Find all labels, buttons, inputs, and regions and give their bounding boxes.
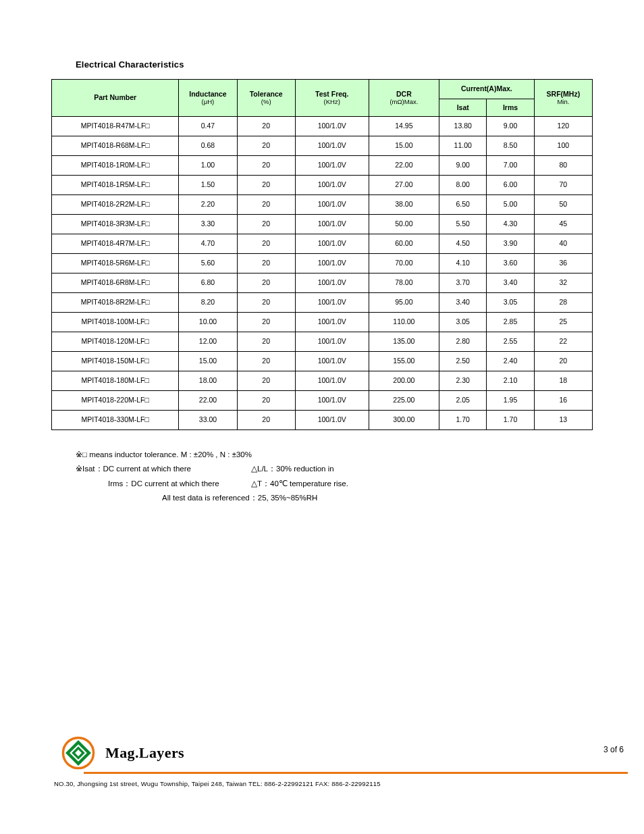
cell-srf: 16 [534,391,592,411]
table-row: MPIT4018-1R5M-LF□1.5020100/1.0V27.008.00… [52,176,593,195]
cell-irms: 9.00 [487,117,534,136]
cell-ind: 6.80 [179,273,237,293]
cell-dcr: 135.00 [369,332,439,352]
cell-isat: 1.70 [439,411,487,430]
cell-ind: 10.00 [179,313,237,332]
cell-freq: 100/1.0V [295,234,369,254]
cell-ind: 2.20 [179,195,237,215]
table-row: MPIT4018-330M-LF□33.0020100/1.0V300.001.… [52,411,593,430]
cell-isat: 3.40 [439,293,487,313]
th-srf: SRF(MHz)Min. [534,80,592,117]
table-row: MPIT4018-150M-LF□15.0020100/1.0V155.002.… [52,352,593,371]
cell-irms: 1.70 [487,411,534,430]
table-row: MPIT4018-220M-LF□22.0020100/1.0V225.002.… [52,391,593,411]
cell-irms: 3.90 [487,234,534,254]
table-row: MPIT4018-180M-LF□18.0020100/1.0V200.002.… [52,371,593,391]
cell-isat: 6.50 [439,195,487,215]
cell-ind: 33.00 [179,411,237,430]
svg-rect-1 [68,742,89,764]
th-dcr: DCR(mΩ)Max. [369,80,439,117]
cell-tol: 20 [237,352,295,371]
cell-irms: 2.85 [487,313,534,332]
th-isat: Isat [439,99,487,117]
cell-irms: 6.00 [487,176,534,195]
cell-irms: 8.50 [487,136,534,156]
cell-ind: 5.60 [179,254,237,273]
cell-dcr: 225.00 [369,391,439,411]
cell-freq: 100/1.0V [295,391,369,411]
cell-dcr: 70.00 [369,254,439,273]
cell-dcr: 155.00 [369,352,439,371]
cell-ind: 1.00 [179,156,237,176]
cell-isat: 2.50 [439,352,487,371]
cell-irms: 3.05 [487,293,534,313]
th-test-freq: Test Freq.(KHz) [295,80,369,117]
table-row: MPIT4018-5R6M-LF□5.6020100/1.0V70.004.10… [52,254,593,273]
cell-dcr: 38.00 [369,195,439,215]
cell-tol: 20 [237,176,295,195]
cell-pn: MPIT4018-R68M-LF□ [52,136,179,156]
cell-irms: 7.00 [487,156,534,176]
cell-tol: 20 [237,254,295,273]
cell-ind: 0.47 [179,117,237,136]
cell-ind: 0.68 [179,136,237,156]
cell-pn: MPIT4018-100M-LF□ [52,313,179,332]
cell-tol: 20 [237,371,295,391]
cell-srf: 28 [534,293,592,313]
cell-srf: 70 [534,176,592,195]
th-tolerance: Tolerance(%) [237,80,295,117]
cell-freq: 100/1.0V [295,313,369,332]
cell-pn: MPIT4018-1R0M-LF□ [52,156,179,176]
page: Electrical Characteristics Part Number I… [0,0,644,834]
cell-freq: 100/1.0V [295,215,369,234]
cell-pn: MPIT4018-6R8M-LF□ [52,273,179,293]
table-row: MPIT4018-R68M-LF□0.6820100/1.0V15.0011.0… [52,136,593,156]
cell-irms: 2.55 [487,332,534,352]
cell-tol: 20 [237,117,295,136]
cell-isat: 2.30 [439,371,487,391]
cell-freq: 100/1.0V [295,156,369,176]
cell-srf: 40 [534,234,592,254]
table-row: MPIT4018-8R2M-LF□8.2020100/1.0V95.003.40… [52,293,593,313]
cell-isat: 5.50 [439,215,487,234]
cell-srf: 36 [534,254,592,273]
cell-pn: MPIT4018-1R5M-LF□ [52,176,179,195]
cell-pn: MPIT4018-150M-LF□ [52,352,179,371]
cell-tol: 20 [237,234,295,254]
cell-ind: 3.30 [179,215,237,234]
cell-ind: 12.00 [179,332,237,352]
page-number: 3 of 6 [603,745,624,754]
cell-irms: 4.30 [487,215,534,234]
cell-srf: 22 [534,332,592,352]
cell-tol: 20 [237,136,295,156]
cell-irms: 2.40 [487,352,534,371]
cell-tol: 20 [237,411,295,430]
cell-isat: 8.00 [439,176,487,195]
cell-freq: 100/1.0V [295,371,369,391]
cell-dcr: 110.00 [369,313,439,332]
cell-srf: 120 [534,117,592,136]
th-inductance: Inductance(μH) [179,80,237,117]
cell-isat: 3.70 [439,273,487,293]
cell-pn: MPIT4018-5R6M-LF□ [52,254,179,273]
cell-srf: 32 [534,273,592,293]
cell-srf: 80 [534,156,592,176]
cell-isat: 11.00 [439,136,487,156]
cell-freq: 100/1.0V [295,195,369,215]
cell-tol: 20 [237,293,295,313]
footer-divider [84,772,628,774]
cell-dcr: 15.00 [369,136,439,156]
cell-pn: MPIT4018-8R2M-LF□ [52,293,179,313]
cell-pn: MPIT4018-220M-LF□ [52,391,179,411]
cell-freq: 100/1.0V [295,352,369,371]
cell-irms: 2.10 [487,371,534,391]
cell-freq: 100/1.0V [295,176,369,195]
table-row: MPIT4018-6R8M-LF□6.8020100/1.0V78.003.70… [52,273,593,293]
cell-tol: 20 [237,273,295,293]
cell-freq: 100/1.0V [295,136,369,156]
cell-tol: 20 [237,391,295,411]
table-row: MPIT4018-120M-LF□12.0020100/1.0V135.002.… [52,332,593,352]
cell-pn: MPIT4018-180M-LF□ [52,371,179,391]
cell-pn: MPIT4018-R47M-LF□ [52,117,179,136]
cell-srf: 18 [534,371,592,391]
